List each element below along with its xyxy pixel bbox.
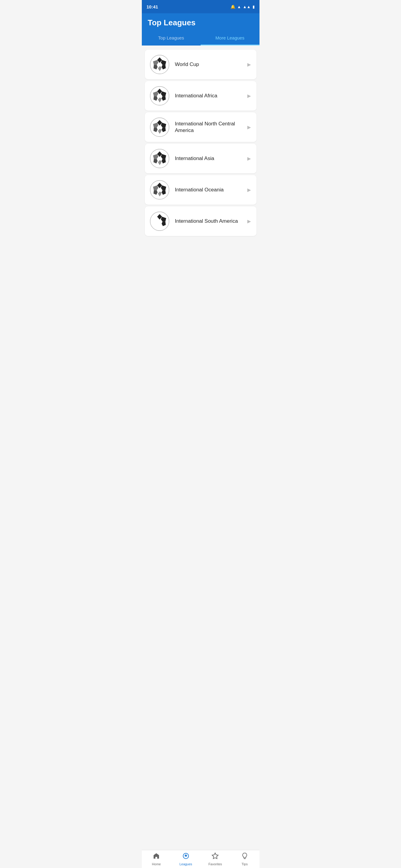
list-item[interactable]: International Oceania ► (145, 175, 256, 205)
nav-label-leagues: Leagues (179, 862, 192, 866)
home-icon (153, 852, 160, 861)
league-name: International South America (175, 218, 244, 224)
signal-icon: ▲▲ (243, 4, 251, 9)
header: Top Leagues (142, 13, 259, 31)
status-time: 10:41 (147, 4, 158, 9)
favorites-icon (211, 852, 219, 861)
battery-icon: ▮ (253, 4, 255, 9)
bottom-nav: Home Leagues Favorites Tips (142, 850, 259, 868)
league-name: International Asia (175, 155, 244, 162)
league-icon (149, 179, 170, 200)
nav-item-leagues[interactable]: Leagues (171, 850, 201, 868)
tab-bar: Top Leagues More Leagues (142, 31, 259, 45)
league-icon (149, 148, 170, 169)
tab-more-leagues[interactable]: More Leagues (201, 31, 259, 45)
page-title: Top Leagues (148, 18, 254, 27)
league-name: World Cup (175, 61, 244, 68)
nav-label-favorites: Favorites (208, 862, 222, 866)
chevron-right-icon: ► (246, 124, 252, 131)
chevron-right-icon: ► (246, 187, 252, 193)
league-name: International Oceania (175, 187, 244, 193)
notification-icon: 🔔 (231, 4, 235, 9)
league-icon (149, 85, 170, 106)
chevron-right-icon: ► (246, 218, 252, 225)
league-list: World Cup ► International Africa ► (142, 45, 259, 850)
list-item[interactable]: World Cup ► (145, 50, 256, 79)
nav-item-home[interactable]: Home (142, 850, 171, 868)
nav-item-favorites[interactable]: Favorites (201, 850, 230, 868)
nav-item-tips[interactable]: Tips (230, 850, 259, 868)
status-icons: 🔔 ▲ ▲▲ ▮ (231, 4, 255, 9)
chevron-right-icon: ► (246, 61, 252, 68)
league-icon (149, 117, 170, 138)
chevron-right-icon: ► (246, 155, 252, 162)
nav-label-home: Home (152, 862, 161, 866)
wifi-icon: ▲ (237, 4, 241, 9)
league-name: International North Central America (175, 121, 244, 134)
list-item[interactable]: International North Central America ► (145, 113, 256, 142)
list-item[interactable]: International Asia ► (145, 144, 256, 173)
chevron-right-icon: ► (246, 93, 252, 99)
leagues-icon (182, 852, 190, 861)
tips-icon (241, 852, 248, 861)
league-name: International Africa (175, 93, 244, 99)
list-item[interactable]: International Africa ► (145, 81, 256, 111)
league-icon (149, 211, 170, 232)
status-bar: 10:41 🔔 ▲ ▲▲ ▮ (142, 0, 259, 13)
league-icon (149, 54, 170, 75)
list-item[interactable]: International South America ► (145, 207, 256, 236)
nav-label-tips: Tips (242, 862, 248, 866)
tab-top-leagues[interactable]: Top Leagues (142, 31, 201, 45)
svg-marker-46 (184, 854, 188, 857)
